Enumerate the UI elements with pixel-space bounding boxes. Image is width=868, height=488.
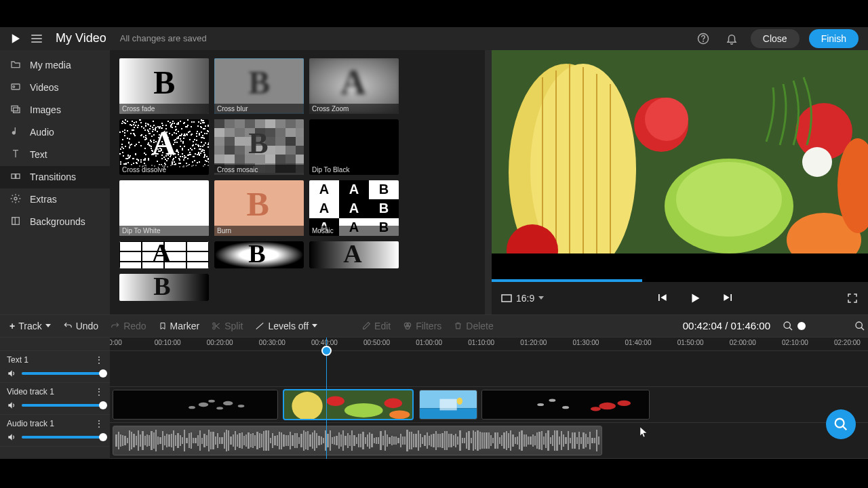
transition-card[interactable]: A — [309, 241, 399, 268]
transition-card[interactable]: Dip To White — [119, 180, 209, 236]
help-button[interactable] — [694, 29, 713, 48]
finish-button[interactable]: Finish — [809, 29, 859, 48]
sidebar-item-transitions[interactable]: Transitions — [0, 166, 110, 188]
split-button[interactable]: Split — [212, 321, 243, 331]
aspect-ratio-label: 16:9 — [516, 293, 534, 304]
svg-point-3 — [13, 86, 15, 88]
svg-point-61 — [835, 419, 844, 428]
sidebar-item-extras[interactable]: Extras — [0, 188, 110, 211]
close-button[interactable]: Close — [751, 29, 800, 48]
video-track-row[interactable] — [110, 387, 868, 423]
play-button[interactable] — [688, 291, 703, 306]
time-ruler[interactable]: 0:0000:10:0000:20:0000:30:0000:40:0000:5… — [110, 338, 868, 351]
search-fab[interactable] — [826, 409, 856, 439]
transition-card[interactable]: BCross fade — [119, 58, 209, 114]
sidebar-item-my-media[interactable]: My media — [0, 54, 110, 77]
sidebar-item-backgrounds[interactable]: Backgrounds — [0, 211, 110, 233]
sidebar-item-label: Transitions — [30, 171, 76, 182]
transition-label: Cross mosaic — [214, 165, 304, 175]
svg-point-46 — [326, 396, 344, 406]
track-name: Video track 1 — [7, 387, 54, 396]
sidebar-item-videos[interactable]: Videos — [0, 77, 110, 99]
svg-point-42 — [223, 401, 233, 405]
volume-icon[interactable] — [7, 432, 16, 442]
transition-card[interactable]: BCross mosaic — [214, 119, 304, 175]
prev-button[interactable] — [655, 291, 669, 304]
svg-point-36 — [856, 322, 862, 328]
volume-icon[interactable] — [7, 401, 16, 410]
audio-track-row[interactable] — [110, 423, 868, 459]
save-status: All changes are saved — [120, 33, 207, 43]
volume-icon[interactable] — [7, 369, 16, 378]
svg-point-43 — [238, 405, 245, 407]
transition-card[interactable]: Dip To Black — [309, 119, 399, 175]
video-clip[interactable] — [419, 390, 477, 420]
ruler-tick: 01:10:00 — [468, 339, 494, 346]
edit-button[interactable]: Edit — [362, 321, 391, 331]
sidebar-item-label: Text — [30, 149, 47, 160]
sidebar-item-label: Backgrounds — [30, 216, 85, 227]
sidebar-item-audio[interactable]: Audio — [0, 121, 110, 144]
video-clip[interactable] — [113, 390, 278, 420]
transition-card[interactable]: ACross Zoom — [309, 58, 399, 114]
preview-progress[interactable] — [492, 279, 642, 282]
aspect-ratio-select[interactable]: 16:9 — [501, 293, 544, 304]
preview-panel: 16:9 — [492, 50, 868, 314]
transition-label: Cross blur — [214, 104, 304, 114]
preview-viewport[interactable] — [492, 50, 868, 282]
audio-clip[interactable] — [113, 426, 601, 455]
delete-button[interactable]: Delete — [454, 321, 493, 331]
sidebar-item-images[interactable]: Images — [0, 99, 110, 121]
video-clip[interactable] — [481, 390, 650, 420]
search-icon[interactable] — [854, 321, 865, 331]
transitions-icon — [9, 171, 22, 184]
zoom-slider[interactable] — [797, 322, 806, 330]
topbar: My Video All changes are saved Close Fin… — [0, 27, 868, 50]
video-clip[interactable] — [283, 390, 413, 420]
transition-label: Cross fade — [119, 104, 209, 114]
menu-button[interactable] — [31, 35, 42, 43]
track-menu-icon[interactable]: ⋮ — [95, 419, 103, 428]
notifications-button[interactable] — [722, 29, 741, 48]
transition-card[interactable]: B — [119, 274, 209, 301]
transition-card[interactable]: AABAABAABMosaic — [309, 180, 399, 236]
track-menu-icon[interactable]: ⋮ — [95, 387, 103, 396]
backgrounds-icon — [9, 216, 22, 228]
levels-button[interactable]: Levels off — [255, 321, 317, 331]
svg-point-48 — [384, 399, 402, 409]
next-button[interactable] — [722, 291, 735, 304]
svg-point-41 — [189, 406, 196, 409]
filters-button[interactable]: Filters — [403, 321, 441, 331]
zoom-icon[interactable] — [783, 321, 793, 331]
transition-card[interactable]: BCross blur — [214, 58, 304, 114]
svg-point-21 — [676, 162, 782, 237]
volume-slider[interactable] — [22, 404, 103, 407]
fullscreen-button[interactable] — [846, 292, 859, 304]
add-track-button[interactable]: +Track — [9, 321, 51, 331]
transition-card[interactable]: BBurn — [214, 180, 304, 236]
volume-slider[interactable] — [22, 372, 103, 375]
track-menu-icon[interactable]: ⋮ — [95, 355, 103, 365]
svg-point-55 — [537, 403, 544, 406]
ruler-tick: 00:10:00 — [155, 339, 181, 346]
svg-point-53 — [457, 398, 462, 405]
svg-point-1 — [703, 41, 703, 41]
ruler-tick: 00:50:00 — [363, 339, 390, 346]
transition-card[interactable]: ACross dissolve — [119, 119, 209, 175]
project-title: My Video — [56, 31, 106, 45]
marker-button[interactable]: Marker — [159, 321, 200, 331]
volume-slider[interactable] — [22, 436, 103, 439]
transition-card[interactable]: A — [119, 241, 209, 268]
transitions-panel: BCross fadeBCross blurACross ZoomACross … — [110, 50, 492, 314]
svg-point-49 — [389, 410, 410, 419]
transition-card[interactable]: B — [214, 241, 304, 268]
timeline: Text 1⋮Video track 1⋮Audio track 1⋮ 0:00… — [0, 338, 868, 459]
redo-button[interactable]: Redo — [111, 321, 146, 331]
svg-rect-29 — [502, 295, 511, 302]
undo-button[interactable]: Undo — [63, 321, 98, 331]
ruler-tick: 02:10:00 — [782, 339, 808, 346]
playhead[interactable] — [326, 338, 327, 459]
text-track-row[interactable] — [110, 351, 868, 387]
sidebar-item-text[interactable]: Text — [0, 144, 110, 166]
images-icon — [9, 104, 22, 117]
